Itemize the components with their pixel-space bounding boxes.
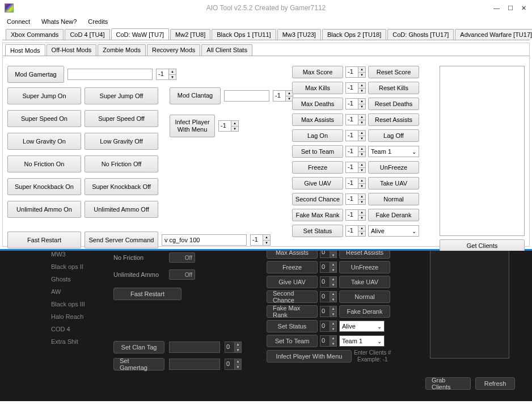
right-num[interactable]: -1▲▼ [345, 209, 366, 221]
dark-action-a[interactable]: Set Status [267, 320, 318, 332]
dark-num[interactable]: 0▲▼ [320, 276, 337, 288]
dark-action-a[interactable]: Max Assists [267, 251, 318, 259]
top-tab[interactable]: Advanced Warfare [TU17] [455, 29, 532, 40]
dark-side-item[interactable]: Halo Reach [51, 313, 85, 320]
dark-set-num[interactable]: 0▲▼ [225, 342, 242, 353]
dark-num[interactable]: 0▲▼ [320, 306, 337, 317]
right-action-b[interactable]: Take UAV [368, 177, 419, 189]
right-action-a[interactable]: Set Status [292, 225, 343, 237]
mod-off-button[interactable]: No Friction Off [85, 155, 158, 172]
mod-off-button[interactable]: Super Jump Off [85, 87, 158, 104]
dark-num[interactable]: 0▲▼ [320, 321, 337, 332]
dark-set-input[interactable] [169, 359, 220, 370]
sub-tab[interactable]: Host Mods [5, 44, 45, 56]
dark-clients-list[interactable] [430, 251, 509, 359]
clantag-num[interactable]: -1▲▼ [273, 90, 293, 102]
dark-select[interactable]: Alive [339, 321, 385, 332]
clantag-input[interactable] [224, 90, 269, 102]
right-select[interactable]: Team 1 [368, 146, 419, 157]
dark-toggle[interactable]: Off [169, 269, 195, 280]
right-num[interactable]: -1▲▼ [345, 66, 366, 78]
gamertag-input[interactable] [67, 69, 153, 80]
dark-action-a[interactable]: Set To Team [267, 335, 318, 347]
infect-num[interactable]: -1▲▼ [218, 120, 239, 132]
dark-num[interactable]: 0▲▼ [320, 251, 337, 258]
top-tab[interactable]: Xbox Commands [6, 29, 64, 40]
dark-num[interactable]: 0▲▼ [320, 291, 337, 302]
right-action-a[interactable]: Set to Team [292, 145, 343, 158]
mod-off-button[interactable]: Super Speed Off [85, 110, 158, 127]
mod-off-button[interactable]: Low Gravity Off [85, 133, 158, 150]
right-action-a[interactable]: Max Kills [292, 82, 343, 94]
dark-action-b[interactable]: Take UAV [339, 276, 390, 288]
dark-action-a[interactable]: Give UAV [267, 276, 318, 288]
sub-tab[interactable]: Recovery Mods [147, 44, 200, 56]
gamertag-client-num[interactable]: -1▲▼ [156, 69, 176, 80]
top-tab[interactable]: Mw3 [TU23] [277, 29, 321, 40]
dark-side-item[interactable]: Black ops II [51, 263, 85, 270]
menu-connect[interactable]: Connect [7, 18, 30, 25]
menu-credits[interactable]: Credits [88, 18, 108, 25]
right-action-a[interactable]: Max Assists [292, 113, 343, 126]
dark-set-input[interactable] [169, 342, 220, 353]
right-action-b[interactable]: Reset Deaths [368, 98, 419, 110]
right-select[interactable]: Alive [368, 225, 419, 237]
mod-clantag-button[interactable]: Mod Clantag [170, 87, 221, 104]
right-action-a[interactable]: Second Chance [292, 193, 343, 205]
right-num[interactable]: -1▲▼ [345, 98, 366, 109]
mod-on-button[interactable]: Super Speed On [7, 110, 81, 127]
right-action-b[interactable]: UnFreeze [368, 161, 419, 174]
fast-restart-button[interactable]: Fast Restart [7, 231, 81, 248]
send-server-command-button[interactable]: Send Server Command [85, 231, 158, 248]
maximize-button[interactable]: ☐ [508, 5, 513, 12]
server-command-input[interactable] [162, 234, 247, 246]
dark-side-item[interactable]: COD 4 [51, 326, 85, 332]
top-tab[interactable]: Black Ops 2 [TU18] [322, 29, 386, 40]
top-tab[interactable]: Mw2 [TU8] [170, 29, 210, 40]
dark-grab-clients-button[interactable]: Grab Clients [425, 377, 471, 390]
dark-toggle[interactable]: Off [169, 252, 195, 263]
right-action-b[interactable]: Normal [368, 193, 419, 205]
right-action-b[interactable]: Lag Off [368, 129, 419, 142]
dark-side-item[interactable]: Ghosts [51, 276, 85, 283]
mod-on-button[interactable]: No Friction On [7, 155, 81, 172]
dark-num[interactable]: 0▲▼ [320, 335, 337, 347]
server-command-num[interactable]: -1▲▼ [250, 234, 271, 246]
dark-action-b[interactable]: Reset Assists [339, 251, 390, 259]
sub-tab[interactable]: Off-Host Mods [47, 44, 97, 56]
top-tab[interactable]: CoD: Ghosts [TU17] [387, 29, 454, 40]
dark-select[interactable]: Team 1 [339, 335, 385, 347]
minimize-button[interactable]: — [493, 5, 500, 12]
dark-set-num[interactable]: 0▲▼ [225, 359, 242, 370]
right-action-a[interactable]: Lag On [292, 129, 343, 142]
right-action-a[interactable]: Fake Max Rank [292, 209, 343, 221]
sub-tab[interactable]: All Client Stats [201, 44, 252, 56]
mod-on-button[interactable]: Super Knockback On [7, 178, 81, 195]
get-clients-button[interactable]: Get Clients [440, 239, 525, 252]
dark-action-a[interactable]: Fake Max Rank [267, 305, 318, 318]
mod-on-button[interactable]: Unlimited Ammo On [7, 201, 81, 218]
menu-whats-new[interactable]: Whats New? [41, 18, 77, 25]
right-action-b[interactable]: Reset Score [368, 66, 419, 78]
right-num[interactable]: -1▲▼ [345, 225, 366, 237]
top-tab[interactable]: CoD: WaW [TU7] [111, 28, 170, 40]
dark-action-a[interactable]: Second Chance [267, 290, 318, 303]
dark-infect-button[interactable]: Infect Player With Menu [267, 350, 352, 363]
right-num[interactable]: -1▲▼ [345, 114, 366, 125]
right-action-b[interactable]: Reset Kills [368, 82, 419, 94]
mod-on-button[interactable]: Low Gravity On [7, 133, 81, 150]
dark-action-b[interactable]: Fake Derank [339, 305, 390, 318]
dark-fast-restart-button[interactable]: Fast Restart [113, 288, 181, 300]
close-button[interactable]: ✕ [521, 5, 526, 12]
mod-off-button[interactable]: Unlimited Ammo Off [85, 201, 158, 218]
dark-side-item[interactable]: Black ops III [51, 301, 85, 308]
right-num[interactable]: -1▲▼ [345, 146, 366, 157]
right-action-a[interactable]: Give UAV [292, 177, 343, 189]
dark-action-a[interactable]: Freeze [267, 261, 318, 273]
dark-set-button[interactable]: Set Gamertag [113, 358, 164, 370]
dark-num[interactable]: 0▲▼ [320, 262, 337, 273]
dark-side-item[interactable]: Extra Shit [51, 338, 85, 345]
dark-side-item[interactable]: AW [51, 288, 85, 295]
dark-set-button[interactable]: Set Clan Tag [113, 341, 164, 353]
right-num[interactable]: -1▲▼ [345, 82, 366, 94]
